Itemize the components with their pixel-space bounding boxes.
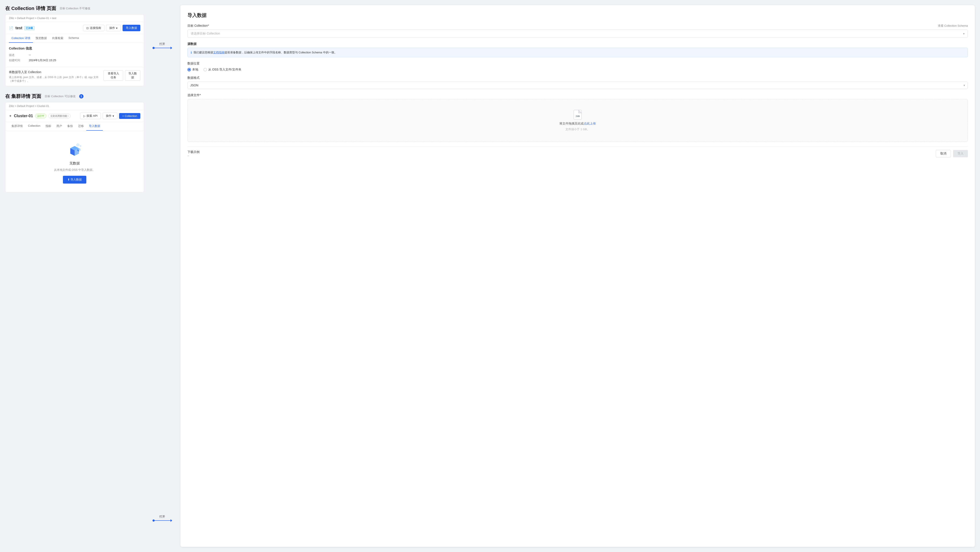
upload-zone[interactable]: JSON 将文件拖拽至此或点此上传 文件须小于 1 GB。 (188, 99, 968, 142)
action-button-bottom[interactable]: 操作 ▾ (103, 113, 117, 119)
tab-users[interactable]: 用户 (54, 122, 65, 131)
import-desc: 请上传本地 .json 文件。或者，从 OSS 中上传 .json 文件（单个）… (9, 75, 103, 83)
json-file-icon: JSON (573, 110, 582, 120)
top-section: 在 Collection 详情 页面 目标 Collection 不可修改 Zi… (5, 5, 144, 86)
badge-try[interactable]: 立刻试用新功能 › (48, 114, 70, 118)
arrow-top: 打开 (149, 42, 175, 48)
top-card-header-right: ⊡ 连接指南 操作 ▾ 导入数据 (83, 25, 140, 31)
import-data-btn-2[interactable]: 导入数据 (125, 70, 140, 81)
radio-local-circle (188, 68, 191, 72)
svg-point-0 (76, 144, 79, 146)
import-button: 导入 (953, 150, 968, 157)
arrow-bottom: 打开 (149, 515, 175, 521)
created-value: 2024年1月24日 15:25 (29, 58, 56, 62)
data-format-select[interactable]: JSON ▾ (188, 81, 968, 89)
tab-collection[interactable]: Collection (25, 122, 43, 131)
chevron-down-icon: ▾ (116, 27, 118, 30)
action-button-top[interactable]: 操作 ▾ (106, 25, 121, 31)
desc-value: -- (29, 53, 31, 57)
svg-rect-8 (574, 110, 582, 120)
view-tasks-button[interactable]: 查看导入任务 (103, 70, 123, 81)
top-card: Zilliz > Default Project > Cluster-01 > … (5, 14, 144, 86)
import-section: 将数据导入至 Collection 请上传本地 .json 文件。或者，从 OS… (5, 67, 144, 86)
section-divider (188, 146, 968, 147)
upload-link[interactable]: 点此上传 (584, 122, 596, 125)
arrows-column: 打开 打开 (149, 5, 175, 547)
top-card-header-left: 📄 test 已加载 (9, 26, 35, 30)
target-collection-group: 目标 Collection* 查看 Collection Schema 请选择目… (188, 24, 968, 38)
cluster-name: Cluster-01 (14, 114, 33, 118)
bottom-card-header: ✦ Cluster-01 运行中 立刻试用新功能 › ▷ 探索 API (5, 110, 144, 122)
target-collection-link[interactable]: 查看 Collection Schema (938, 24, 968, 28)
no-data-desc: 从本地文件或 OSS 中导入数据。 (54, 168, 95, 172)
target-collection-label: 目标 Collection* (188, 24, 209, 28)
info-row-created: 创建时间 2024年1月24日 15:25 (9, 58, 140, 62)
radio-local[interactable]: 本地 (188, 68, 198, 72)
badge-loaded: 已加载 (24, 26, 35, 30)
import-data-bottom-button[interactable]: ⬆ 导入数据 (63, 176, 86, 183)
format-value: JSON (190, 83, 964, 87)
tab-cluster-detail[interactable]: 集群详情 (9, 122, 25, 131)
radio-oss-circle (204, 68, 207, 72)
upload-hint: 文件须小于 1 GB。 (565, 128, 590, 131)
connect-guide-button[interactable]: ⊡ 连接指南 (83, 25, 104, 31)
explore-api-button[interactable]: ▷ 探索 API (80, 113, 101, 119)
bottom-card-breadcrumb: Zilliz > Default Project > Cluster-01 (5, 102, 144, 110)
top-card-tabs: Collection 详情 预览数据 向量检索 Schema (5, 34, 144, 43)
connect-icon: ⊡ (86, 27, 89, 30)
arrow-bottom-line (154, 520, 171, 521)
doc-link[interactable]: 文档指南 (213, 51, 224, 54)
data-location-label: 数据位置 (188, 62, 968, 65)
right-panel: 导入数据 目标 Collection* 查看 Collection Schema… (180, 5, 975, 547)
info-box-text: 我们建议您根据文档指南提前准备数据，以确保上传文件中的字段名称、数据类型与 Co… (194, 51, 337, 54)
chevron-down-icon-2: ▾ (113, 114, 114, 118)
radio-oss[interactable]: 从 OSS 导入文件/文件夹 (204, 68, 242, 72)
form-title: 导入数据 (188, 12, 968, 19)
arrow-bottom-head (170, 519, 172, 522)
select-file-label: 选择文件* (188, 93, 968, 97)
bottom-card-header-left: ✦ Cluster-01 运行中 立刻试用新功能 › (9, 114, 70, 118)
radio-group: 本地 从 OSS 导入文件/文件夹 (188, 68, 968, 72)
no-data-container: 无数据 从本地文件或 OSS 中导入数据。 ⬆ 导入数据 (5, 131, 144, 192)
collection-info-section: Collection 信息 描述 -- 创建时间 2024年1月24日 15:2… (5, 43, 144, 67)
download-example: 下载示例 -- (188, 150, 200, 157)
no-data-title: 无数据 (69, 161, 80, 166)
format-arrow-icon: ▾ (964, 83, 965, 87)
arrow-top-dot (153, 47, 155, 49)
top-card-breadcrumb: Zilliz > Default Project > Cluster-01 > … (5, 14, 144, 22)
arrow-top-line (154, 48, 171, 48)
created-label: 创建时间 (9, 58, 22, 62)
cancel-button[interactable]: 取消 (936, 150, 951, 157)
data-format-group: 数据格式 JSON ▾ (188, 76, 968, 89)
file-icon: 📄 (9, 26, 13, 30)
bottom-section-subtitle: 目标 Collection 可以修改 (45, 94, 75, 98)
data-format-label: 数据格式 (188, 76, 968, 80)
target-collection-select[interactable]: 请选择目标 Collection ▾ (188, 30, 968, 38)
info-row-desc: 描述 -- (9, 53, 140, 57)
import-btns: 查看导入任务 导入数据 (103, 70, 140, 81)
tab-metrics[interactable]: 指标 (43, 122, 54, 131)
tab-collection-detail[interactable]: Collection 详情 (9, 34, 33, 43)
add-collection-button[interactable]: + Collection (119, 113, 140, 119)
top-section-subtitle: 目标 Collection 不可修改 (60, 6, 91, 10)
arrow-bottom-dot (153, 520, 155, 522)
top-card-header: 📄 test 已加载 ⊡ 连接指南 操作 ▾ (5, 22, 144, 34)
tab-preview[interactable]: 预览数据 (33, 34, 49, 43)
top-section-title: 在 Collection 详情 页面 (5, 5, 56, 12)
radio-local-dot (188, 69, 190, 70)
bottom-card: Zilliz > Default Project > Cluster-01 ✦ … (5, 102, 144, 193)
badge-running: 运行中 (35, 114, 46, 118)
tab-migrate[interactable]: 迁移 (75, 122, 86, 131)
select-file-group: 选择文件* JSON 将文件拖拽至此或点此上传 文件须小于 1 GB。 (188, 93, 968, 142)
tab-backup[interactable]: 备份 (65, 122, 75, 131)
svg-point-1 (80, 145, 81, 147)
tab-import-data[interactable]: 导入数据 (86, 122, 103, 131)
desc-label: 描述 (9, 53, 22, 57)
tab-schema[interactable]: Schema (66, 34, 81, 43)
bottom-card-header-right: ▷ 探索 API 操作 ▾ + Collection (80, 113, 140, 119)
top-card-title: test 已加载 (15, 26, 35, 30)
badge-num: 1 (79, 94, 84, 99)
tab-vector-search[interactable]: 向量检索 (49, 34, 66, 43)
select-arrow-icon: ▾ (963, 32, 965, 35)
import-data-button-top[interactable]: 导入数据 (123, 25, 140, 31)
